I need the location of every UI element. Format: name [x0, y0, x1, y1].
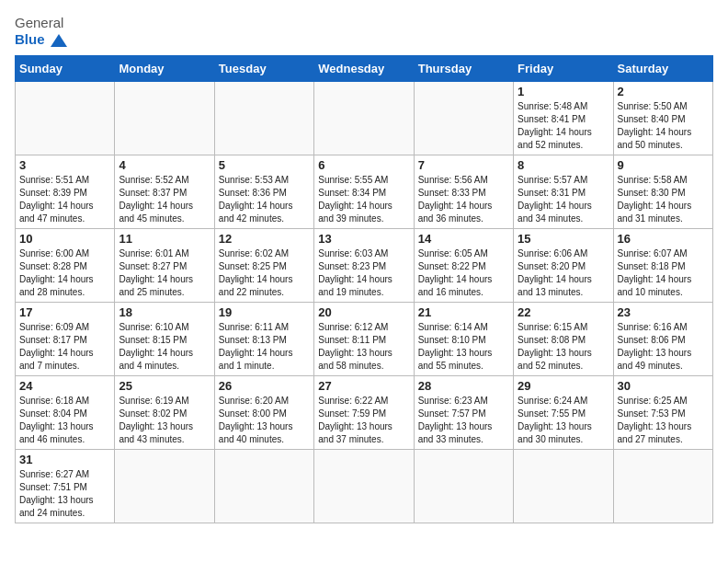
- day-info: Sunrise: 6:23 AM Sunset: 7:57 PM Dayligh…: [418, 395, 509, 446]
- day-info: Sunrise: 5:48 AM Sunset: 8:41 PM Dayligh…: [518, 100, 609, 152]
- day-number: 14: [418, 232, 509, 246]
- logo-triangle-icon: [51, 34, 67, 47]
- calendar-week-4: 17Sunrise: 6:09 AM Sunset: 8:17 PM Dayli…: [16, 303, 713, 376]
- day-number: 24: [19, 379, 110, 393]
- day-number: 6: [318, 158, 409, 172]
- day-info: Sunrise: 6:09 AM Sunset: 8:17 PM Dayligh…: [19, 321, 110, 373]
- day-number: 28: [418, 379, 509, 393]
- calendar-cell: 13Sunrise: 6:03 AM Sunset: 8:23 PM Dayli…: [314, 229, 414, 303]
- calendar-week-2: 3Sunrise: 5:51 AM Sunset: 8:39 PM Daylig…: [16, 155, 713, 229]
- calendar-cell: 26Sunrise: 6:20 AM Sunset: 8:00 PM Dayli…: [214, 376, 313, 450]
- calendar-cell: 4Sunrise: 5:52 AM Sunset: 8:37 PM Daylig…: [115, 155, 214, 229]
- day-info: Sunrise: 6:06 AM Sunset: 8:20 PM Dayligh…: [518, 247, 609, 299]
- calendar-cell: 24Sunrise: 6:18 AM Sunset: 8:04 PM Dayli…: [16, 376, 115, 450]
- calendar-cell: 21Sunrise: 6:14 AM Sunset: 8:10 PM Dayli…: [414, 303, 513, 376]
- weekday-header-sunday: Sunday: [16, 56, 115, 82]
- day-number: 1: [518, 85, 609, 98]
- day-number: 16: [618, 232, 709, 246]
- logo: General Blue: [15, 15, 67, 48]
- day-number: 20: [318, 305, 409, 319]
- calendar-cell: 29Sunrise: 6:24 AM Sunset: 7:55 PM Dayli…: [514, 376, 613, 450]
- calendar-cell: 8Sunrise: 5:57 AM Sunset: 8:31 PM Daylig…: [514, 155, 613, 229]
- day-number: 17: [19, 305, 110, 319]
- day-info: Sunrise: 5:57 AM Sunset: 8:31 PM Dayligh…: [518, 174, 609, 225]
- calendar-cell: [414, 82, 513, 155]
- logo-blue-text: Blue: [15, 31, 67, 48]
- calendar-cell: 3Sunrise: 5:51 AM Sunset: 8:39 PM Daylig…: [16, 155, 115, 229]
- day-info: Sunrise: 6:12 AM Sunset: 8:11 PM Dayligh…: [318, 321, 409, 373]
- weekday-header-monday: Monday: [115, 56, 214, 82]
- day-info: Sunrise: 6:24 AM Sunset: 7:55 PM Dayligh…: [518, 395, 609, 446]
- weekday-header-saturday: Saturday: [613, 56, 712, 82]
- calendar-cell: [16, 82, 115, 155]
- day-number: 30: [618, 379, 709, 393]
- weekday-header-tuesday: Tuesday: [214, 56, 313, 82]
- day-number: 18: [119, 305, 210, 319]
- logo: General Blue: [15, 15, 67, 48]
- day-number: 10: [19, 232, 110, 246]
- day-info: Sunrise: 5:51 AM Sunset: 8:39 PM Dayligh…: [19, 174, 110, 225]
- calendar-cell: 22Sunrise: 6:15 AM Sunset: 8:08 PM Dayli…: [514, 303, 613, 376]
- calendar-week-1: 1Sunrise: 5:48 AM Sunset: 8:41 PM Daylig…: [16, 82, 713, 155]
- day-info: Sunrise: 6:10 AM Sunset: 8:15 PM Dayligh…: [119, 321, 210, 373]
- day-number: 26: [219, 379, 310, 393]
- calendar-cell: 16Sunrise: 6:07 AM Sunset: 8:18 PM Dayli…: [613, 229, 712, 303]
- calendar-cell: [214, 450, 313, 523]
- day-number: 22: [518, 305, 609, 319]
- calendar-cell: [314, 450, 414, 523]
- calendar-cell: 1Sunrise: 5:48 AM Sunset: 8:41 PM Daylig…: [514, 82, 613, 155]
- day-info: Sunrise: 5:53 AM Sunset: 8:36 PM Dayligh…: [219, 174, 310, 225]
- weekday-header-wednesday: Wednesday: [314, 56, 414, 82]
- day-info: Sunrise: 5:56 AM Sunset: 8:33 PM Dayligh…: [418, 174, 509, 225]
- calendar-cell: 14Sunrise: 6:05 AM Sunset: 8:22 PM Dayli…: [414, 229, 513, 303]
- day-info: Sunrise: 6:15 AM Sunset: 8:08 PM Dayligh…: [518, 321, 609, 373]
- weekday-header-row: SundayMondayTuesdayWednesdayThursdayFrid…: [16, 56, 713, 82]
- calendar-cell: 18Sunrise: 6:10 AM Sunset: 8:15 PM Dayli…: [115, 303, 214, 376]
- day-info: Sunrise: 5:52 AM Sunset: 8:37 PM Dayligh…: [119, 174, 210, 225]
- calendar-cell: 9Sunrise: 5:58 AM Sunset: 8:30 PM Daylig…: [613, 155, 712, 229]
- day-info: Sunrise: 6:05 AM Sunset: 8:22 PM Dayligh…: [418, 247, 509, 299]
- day-number: 3: [19, 158, 110, 172]
- day-number: 8: [518, 158, 609, 172]
- calendar-cell: 30Sunrise: 6:25 AM Sunset: 7:53 PM Dayli…: [613, 376, 712, 450]
- day-number: 11: [119, 232, 210, 246]
- calendar-cell: [514, 450, 613, 523]
- calendar-cell: 12Sunrise: 6:02 AM Sunset: 8:25 PM Dayli…: [214, 229, 313, 303]
- calendar-week-5: 24Sunrise: 6:18 AM Sunset: 8:04 PM Dayli…: [16, 376, 713, 450]
- day-number: 31: [19, 453, 110, 466]
- day-info: Sunrise: 6:25 AM Sunset: 7:53 PM Dayligh…: [618, 395, 709, 446]
- day-info: Sunrise: 6:19 AM Sunset: 8:02 PM Dayligh…: [119, 395, 210, 446]
- day-info: Sunrise: 5:58 AM Sunset: 8:30 PM Dayligh…: [618, 174, 709, 225]
- calendar-cell: 23Sunrise: 6:16 AM Sunset: 8:06 PM Dayli…: [613, 303, 712, 376]
- page-header: General Blue: [15, 15, 713, 48]
- day-number: 19: [219, 305, 310, 319]
- weekday-header-thursday: Thursday: [414, 56, 513, 82]
- calendar-cell: 11Sunrise: 6:01 AM Sunset: 8:27 PM Dayli…: [115, 229, 214, 303]
- day-info: Sunrise: 6:11 AM Sunset: 8:13 PM Dayligh…: [219, 321, 310, 373]
- day-number: 21: [418, 305, 509, 319]
- calendar-cell: 28Sunrise: 6:23 AM Sunset: 7:57 PM Dayli…: [414, 376, 513, 450]
- day-number: 23: [618, 305, 709, 319]
- day-info: Sunrise: 5:50 AM Sunset: 8:40 PM Dayligh…: [618, 100, 709, 152]
- calendar-cell: [115, 450, 214, 523]
- calendar-cell: 25Sunrise: 6:19 AM Sunset: 8:02 PM Dayli…: [115, 376, 214, 450]
- day-number: 27: [318, 379, 409, 393]
- calendar-cell: 2Sunrise: 5:50 AM Sunset: 8:40 PM Daylig…: [613, 82, 712, 155]
- day-number: 9: [618, 158, 709, 172]
- day-info: Sunrise: 6:18 AM Sunset: 8:04 PM Dayligh…: [19, 395, 110, 446]
- day-info: Sunrise: 6:27 AM Sunset: 7:51 PM Dayligh…: [19, 468, 110, 520]
- calendar-cell: 27Sunrise: 6:22 AM Sunset: 7:59 PM Dayli…: [314, 376, 414, 450]
- day-info: Sunrise: 6:14 AM Sunset: 8:10 PM Dayligh…: [418, 321, 509, 373]
- calendar-week-3: 10Sunrise: 6:00 AM Sunset: 8:28 PM Dayli…: [16, 229, 713, 303]
- calendar-cell: 7Sunrise: 5:56 AM Sunset: 8:33 PM Daylig…: [414, 155, 513, 229]
- calendar-cell: 10Sunrise: 6:00 AM Sunset: 8:28 PM Dayli…: [16, 229, 115, 303]
- calendar-cell: 31Sunrise: 6:27 AM Sunset: 7:51 PM Dayli…: [16, 450, 115, 523]
- calendar-cell: [214, 82, 313, 155]
- day-info: Sunrise: 5:55 AM Sunset: 8:34 PM Dayligh…: [318, 174, 409, 225]
- day-number: 5: [219, 158, 310, 172]
- calendar-cell: [414, 450, 513, 523]
- calendar-cell: 17Sunrise: 6:09 AM Sunset: 8:17 PM Dayli…: [16, 303, 115, 376]
- day-info: Sunrise: 6:00 AM Sunset: 8:28 PM Dayligh…: [19, 247, 110, 299]
- day-info: Sunrise: 6:03 AM Sunset: 8:23 PM Dayligh…: [318, 247, 409, 299]
- calendar-week-6: 31Sunrise: 6:27 AM Sunset: 7:51 PM Dayli…: [16, 450, 713, 523]
